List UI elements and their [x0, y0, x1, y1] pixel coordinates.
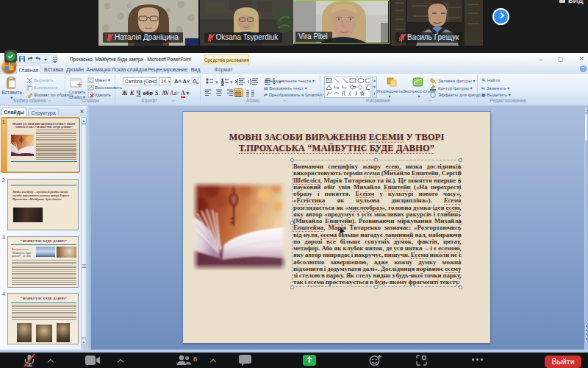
svg-text:▾: ▾ — [230, 79, 233, 85]
svg-text:2: 2 — [221, 82, 224, 86]
svg-text:▾: ▾ — [215, 79, 218, 85]
